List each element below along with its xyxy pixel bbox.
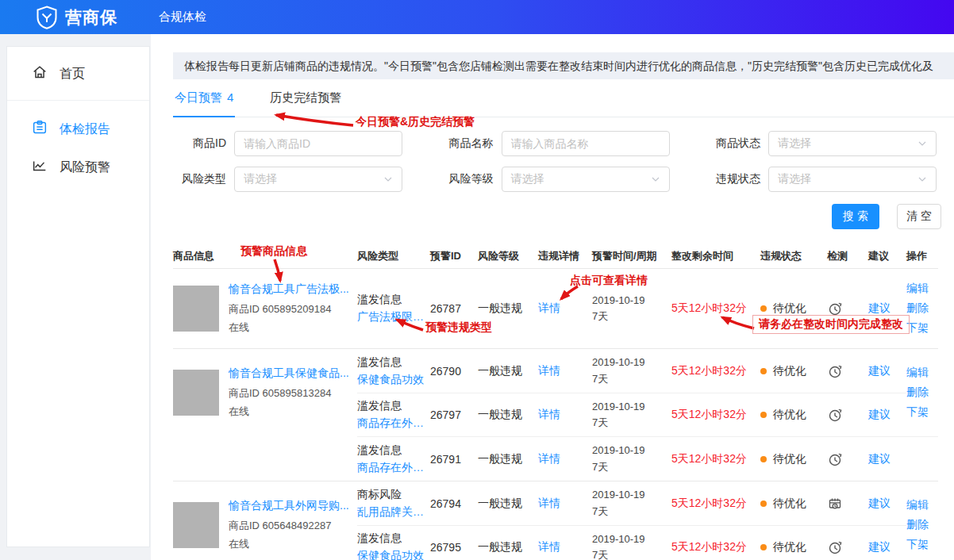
suggest-link[interactable]: 建议	[868, 301, 891, 314]
filter-label: 违规状态	[707, 172, 760, 186]
report-icon	[31, 119, 48, 136]
table-row-group: 愉音合规工具保健食品... 商品ID 605895813284 在线 滥发信息 …	[173, 348, 938, 436]
product-name-link[interactable]: 愉音合规工具保健食品...	[229, 366, 349, 381]
filter-field: 风险类型 请选择	[173, 167, 402, 192]
detect-button[interactable]	[827, 496, 868, 512]
risk-type-link[interactable]: 乱用品牌关键词	[357, 505, 424, 520]
product-name-link[interactable]: 愉音合规工具外网导购...	[229, 499, 349, 513]
tab[interactable]: 今日预警 4	[173, 89, 235, 117]
risk-type-link[interactable]: 保健食品功效	[357, 373, 424, 387]
action-link[interactable]: 下架	[906, 321, 938, 336]
product-cell: 愉音合规工具保健食品... 商品ID 605895813284 在线	[173, 349, 357, 436]
suggest-link[interactable]: 建议	[868, 364, 891, 377]
column-header: 违规状态	[760, 249, 827, 263]
suggest-link[interactable]: 建议	[868, 497, 891, 509]
product-name-link[interactable]: 愉音合规工具广告法极...	[229, 282, 349, 297]
filter-label: 风险类型	[173, 172, 226, 186]
detect-button[interactable]	[827, 407, 868, 423]
detail-link[interactable]: 详情	[538, 364, 560, 377]
filter-input[interactable]	[235, 132, 402, 155]
status-dot	[760, 305, 767, 312]
clear-button[interactable]: 清 空	[897, 204, 941, 229]
violation-status: 待优化	[773, 540, 806, 554]
warning-date: 2019-10-19	[592, 293, 665, 309]
filter-select[interactable]: 请选择	[502, 167, 670, 192]
nav-item-compliance-check[interactable]: 合规体检	[159, 10, 206, 25]
action-link[interactable]: 编辑	[906, 282, 938, 296]
remaining-time: 5天12小时32分	[671, 408, 760, 422]
violation-rows: 滥发信息 保健食品功效 26790 一般违规 详情 2019-10-19 7天 …	[357, 349, 906, 436]
clock-icon	[827, 539, 843, 555]
violation-status: 待优化	[773, 452, 806, 466]
main-content: 体检报告每日更新店铺商品的违规情况。"今日预警"包含您店铺检测出需要在整改结束时…	[151, 34, 954, 560]
brand-logo: 营商保	[37, 6, 117, 29]
risk-type-link[interactable]: 商品存在外网...	[357, 416, 424, 431]
product-id: 商品ID 605648492287	[229, 519, 349, 533]
suggest-link[interactable]: 建议	[868, 452, 891, 465]
tab[interactable]: 历史完结预警	[268, 89, 343, 117]
annotation-risk-type: 预警违规类型	[425, 320, 492, 335]
action-link[interactable]: 下架	[906, 538, 938, 552]
filter-input[interactable]	[502, 132, 669, 155]
home-icon	[31, 63, 48, 81]
filter-label: 商品状态	[707, 136, 760, 151]
product-id: 商品ID 605895209184	[229, 302, 349, 316]
warning-id: 26795	[430, 541, 478, 554]
action-link[interactable]: 编辑	[906, 498, 938, 512]
calendar-clock-icon	[827, 496, 843, 512]
table-row-group: 愉音合规工具外网导购... 商品ID 605648492287 在线 商标风险 …	[173, 481, 938, 560]
tab-label: 今日预警	[175, 90, 222, 105]
clock-icon	[827, 301, 843, 316]
sidebar-item-report[interactable]: 体检报告	[7, 110, 149, 148]
action-link[interactable]: 删除	[906, 518, 938, 532]
action-link[interactable]: 删除	[906, 301, 938, 316]
risk-level: 一般违规	[478, 497, 538, 511]
remaining-time: 5天12小时32分	[671, 540, 760, 554]
warnings-table: 商品信息风险类型预警ID风险等级违规详情预警时间/周期整改剩余时间违规状态检测建…	[173, 244, 938, 560]
suggest-link[interactable]: 建议	[868, 408, 891, 420]
warning-date: 2019-10-19	[592, 355, 665, 370]
sidebar-item-trend[interactable]: 风险预警	[7, 148, 149, 186]
detail-link[interactable]: 详情	[538, 408, 560, 420]
column-header: 预警ID	[430, 249, 478, 263]
detail-link[interactable]: 详情	[538, 497, 560, 509]
action-link[interactable]: 下架	[906, 405, 938, 420]
filter-field: 违规状态 请选择	[707, 167, 937, 192]
detect-button[interactable]	[827, 539, 868, 555]
detail-link[interactable]: 详情	[538, 540, 560, 553]
violation-status: 待优化	[773, 364, 806, 378]
warning-id: 26790	[430, 365, 478, 378]
risk-type-link[interactable]: 保健食品功效	[357, 549, 424, 560]
remaining-time: 5天12小时32分	[671, 364, 760, 378]
product-status: 在线	[229, 405, 349, 419]
detail-link[interactable]: 详情	[538, 452, 560, 465]
annotation-product-info: 预警商品信息	[240, 244, 307, 259]
column-header: 预警时间/周期	[592, 249, 671, 263]
detail-link[interactable]: 详情	[538, 301, 560, 314]
violation-row: 滥发信息 商品存在外网... 26797 一般违规 详情 2019-10-19 …	[357, 393, 906, 436]
sidebar-item-label: 风险预警	[60, 159, 110, 176]
chevron-down-icon	[917, 175, 927, 184]
warning-id: 26794	[430, 497, 478, 510]
filter-select[interactable]: 请选择	[234, 167, 402, 192]
search-button[interactable]: 搜 索	[832, 204, 879, 229]
risk-type-link[interactable]: 广告法极限词...	[357, 310, 424, 324]
detect-button[interactable]	[827, 363, 868, 379]
select-placeholder: 请选择	[511, 172, 544, 186]
row-actions	[906, 436, 938, 481]
filter-select[interactable]: 请选择	[768, 167, 937, 192]
detect-button[interactable]	[827, 301, 868, 316]
sidebar-item-home[interactable]: 首页	[7, 47, 149, 100]
suggest-link[interactable]: 建议	[868, 540, 891, 553]
annotation-detail: 点击可查看详情	[570, 274, 648, 288]
clock-icon	[827, 451, 843, 467]
product-id: 商品ID 605895813284	[229, 386, 349, 401]
tab-badge: 4	[227, 90, 233, 105]
risk-type-link[interactable]: 商品存在外网...	[357, 461, 424, 475]
clock-icon	[827, 363, 843, 379]
action-link[interactable]: 编辑	[906, 366, 938, 380]
action-link[interactable]: 删除	[906, 385, 938, 400]
detect-button[interactable]	[827, 451, 868, 467]
product-status: 在线	[229, 320, 349, 335]
filter-select[interactable]: 请选择	[768, 131, 937, 156]
